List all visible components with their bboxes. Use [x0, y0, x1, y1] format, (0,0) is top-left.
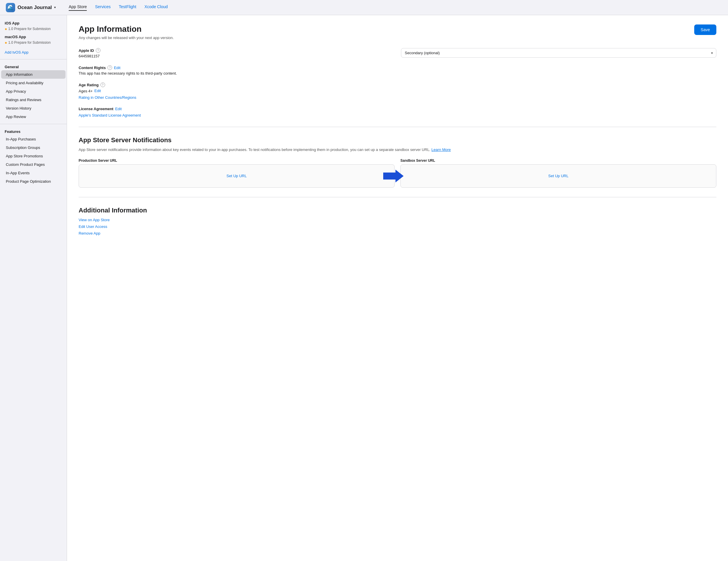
license-edit-link[interactable]: Edit	[115, 107, 121, 111]
sidebar-macos-title: macOS App	[5, 35, 62, 39]
server-notifications-section: App Store Server Notifications App Store…	[79, 136, 716, 188]
server-notifications-title: App Store Server Notifications	[79, 136, 716, 144]
age-rating-countries-link[interactable]: Rating in Other Countries/Regions	[79, 95, 136, 100]
url-grid: Production Server URL Set Up URL Sandbox…	[79, 158, 716, 188]
sidebar-features-section: Features In-App Purchases Subscription G…	[0, 127, 67, 186]
sandbox-url-label: Sandbox Server URL	[400, 158, 716, 163]
sidebar-item-ratings[interactable]: Ratings and Reviews	[1, 96, 66, 104]
sidebar-divider-2	[0, 124, 67, 124]
license-agreement-link[interactable]: Apple's Standard License Agreement	[79, 113, 141, 117]
additional-info-title: Additional Information	[79, 207, 716, 214]
license-field: License Agreement Edit Apple's Standard …	[79, 107, 716, 117]
apple-id-help-icon[interactable]: ?	[96, 48, 100, 53]
app-title: Ocean Journal	[17, 5, 52, 10]
sidebar-macos-status: ● 1.0 Prepare for Submission	[5, 40, 62, 45]
apple-id-label-row: Apple ID ?	[79, 48, 394, 53]
production-url-label: Production Server URL	[79, 158, 395, 163]
learn-more-link[interactable]: Learn More	[432, 147, 451, 152]
sidebar-item-subscription-groups[interactable]: Subscription Groups	[1, 143, 66, 152]
save-button[interactable]: Save	[694, 24, 716, 35]
apple-id-value: 6445981157	[79, 54, 394, 58]
sidebar-general-label: General	[0, 62, 67, 70]
nav-app-store[interactable]: App Store	[69, 4, 87, 11]
sandbox-url-box: Set Up URL	[400, 164, 716, 188]
page-subtitle: Any changes will be released with your n…	[79, 36, 174, 40]
sidebar-item-pricing[interactable]: Pricing and Availability	[1, 79, 66, 87]
page-title: App Information	[79, 24, 174, 34]
macos-status-text: 1.0 Prepare for Submission	[8, 40, 50, 45]
app-icon: 🌊	[6, 3, 15, 12]
edit-user-access-link[interactable]: Edit User Access	[79, 224, 716, 229]
sidebar-item-version-history[interactable]: Version History	[1, 104, 66, 112]
sidebar-features-label: Features	[0, 127, 67, 135]
view-on-app-store-link[interactable]: View on App Store	[79, 218, 716, 222]
main-content: App Information Any changes will be rele…	[67, 15, 728, 561]
license-label-row: License Agreement Edit	[79, 107, 716, 111]
age-rating-value: Ages 4+	[79, 89, 93, 93]
production-set-up-url-link[interactable]: Set Up URL	[227, 174, 247, 178]
apple-id-label: Apple ID	[79, 48, 94, 53]
nav-services[interactable]: Services	[95, 4, 111, 11]
sidebar-ios-group: iOS App ● 1.0 Prepare for Submission	[0, 21, 67, 35]
remove-app-link[interactable]: Remove App	[79, 231, 716, 235]
apple-id-row: Apple ID ? 6445981157 Secondary (optiona…	[79, 48, 716, 58]
add-tvos-link[interactable]: Add tvOS App	[0, 48, 67, 56]
sidebar-item-app-review[interactable]: App Review	[1, 112, 66, 121]
app-title-area[interactable]: 🌊 Ocean Journal ▾	[6, 3, 56, 12]
age-rating-edit-link[interactable]: Edit	[94, 89, 101, 93]
additional-info-section: Additional Information View on App Store…	[79, 207, 716, 235]
server-notifications-desc-text: App Store server notifications provide i…	[79, 147, 430, 152]
arrow-annotation	[383, 170, 404, 182]
license-label: License Agreement	[79, 107, 113, 111]
svg-marker-0	[383, 170, 404, 182]
divider-2	[79, 197, 716, 197]
sidebar-item-app-privacy[interactable]: App Privacy	[1, 87, 66, 96]
sidebar-item-custom-product-pages[interactable]: Custom Product Pages	[1, 160, 66, 169]
app-dropdown-caret[interactable]: ▾	[54, 6, 56, 9]
age-rating-label-row: Age Rating ?	[79, 82, 716, 87]
age-rating-label: Age Rating	[79, 83, 99, 87]
production-url-col: Production Server URL Set Up URL	[79, 158, 395, 188]
age-rating-field: Age Rating ? Ages 4+ Edit Rating in Othe…	[79, 82, 716, 100]
arrow-icon	[383, 170, 404, 182]
secondary-dropdown-wrapper: Secondary (optional) ▾	[401, 48, 716, 58]
macos-status-dot: ●	[5, 40, 7, 45]
apple-id-field: Apple ID ? 6445981157	[79, 48, 394, 58]
production-url-box: Set Up URL	[79, 164, 395, 188]
page-header-text: App Information Any changes will be rele…	[79, 24, 174, 40]
sidebar-ios-title: iOS App	[5, 21, 62, 25]
sidebar-ios-section: iOS App ● 1.0 Prepare for Submission mac…	[0, 21, 67, 56]
sidebar-item-in-app-events[interactable]: In-App Events	[1, 169, 66, 177]
sidebar-item-in-app-purchases[interactable]: In-App Purchases	[1, 135, 66, 143]
nav-xcode-cloud[interactable]: Xcode Cloud	[144, 4, 168, 11]
content-rights-help-icon[interactable]: ?	[107, 65, 112, 70]
sandbox-set-up-url-link[interactable]: Set Up URL	[548, 174, 568, 178]
sidebar-item-product-page-optimization[interactable]: Product Page Optimization	[1, 177, 66, 186]
sandbox-url-col: Sandbox Server URL Set Up URL	[400, 158, 716, 188]
content-rights-field: Content Rights ? Edit This app has the n…	[79, 65, 716, 75]
additional-links-list: View on App Store Edit User Access Remov…	[79, 218, 716, 235]
content-rights-label-row: Content Rights ? Edit	[79, 65, 716, 70]
content-rights-edit-link[interactable]: Edit	[114, 66, 120, 70]
secondary-dropdown-field: Secondary (optional) ▾	[401, 48, 716, 58]
layout: iOS App ● 1.0 Prepare for Submission mac…	[0, 15, 728, 561]
page-header: App Information Any changes will be rele…	[79, 24, 716, 40]
age-rating-help-icon[interactable]: ?	[100, 82, 105, 87]
sidebar-general-section: General App Information Pricing and Avai…	[0, 62, 67, 121]
content-rights-value: This app has the necessary rights to its…	[79, 71, 716, 75]
secondary-dropdown[interactable]: Secondary (optional)	[401, 48, 716, 58]
sidebar-macos-group: macOS App ● 1.0 Prepare for Submission	[0, 35, 67, 48]
sidebar-ios-status: ● 1.0 Prepare for Submission	[5, 27, 62, 31]
nav-links: App Store Services TestFlight Xcode Clou…	[69, 4, 168, 11]
nav-testflight[interactable]: TestFlight	[119, 4, 136, 11]
content-rights-label: Content Rights	[79, 66, 106, 70]
server-notifications-description: App Store server notifications provide i…	[79, 147, 716, 153]
top-nav: 🌊 Ocean Journal ▾ App Store Services Tes…	[0, 0, 728, 15]
sidebar: iOS App ● 1.0 Prepare for Submission mac…	[0, 15, 67, 561]
age-rating-value-row: Ages 4+ Edit	[79, 88, 716, 93]
ios-status-text: 1.0 Prepare for Submission	[8, 27, 50, 31]
sidebar-item-app-information[interactable]: App Information	[1, 70, 66, 79]
sidebar-item-app-store-promotions[interactable]: App Store Promotions	[1, 152, 66, 160]
divider-1	[79, 127, 716, 127]
sidebar-divider-1	[0, 59, 67, 59]
